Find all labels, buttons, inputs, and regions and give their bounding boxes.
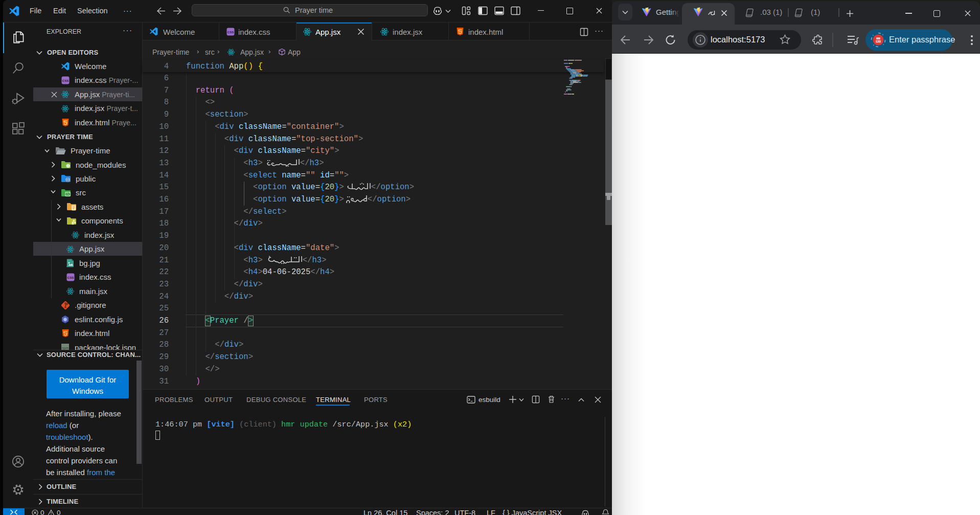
svg-text:CSS: CSS xyxy=(67,276,74,279)
svg-text:CSS: CSS xyxy=(62,79,69,82)
svg-text:CSS: CSS xyxy=(227,31,234,34)
svg-text:npm: npm xyxy=(62,346,69,350)
